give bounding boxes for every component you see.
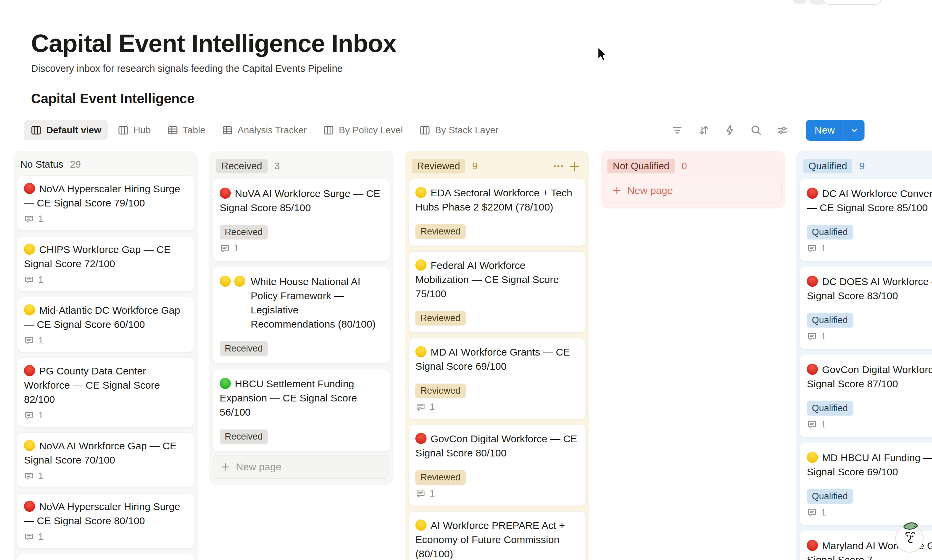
card-list: EDA Sectoral Workforce + Tech Hubs Phase…	[408, 178, 587, 560]
card[interactable]: EDA Sectoral Workforce + Tech Hubs Phase…	[408, 179, 586, 246]
comment-icon	[24, 532, 34, 542]
card-title-text: Federal AI Workforce Mobilization — CE S…	[415, 260, 559, 299]
tab-by-stack-layer[interactable]: By Stack Layer	[412, 120, 505, 140]
status-circle-yellow-icon	[24, 440, 35, 451]
comment-count: 1	[807, 507, 932, 518]
card[interactable]: GovCon Digital Workforce — CE Signal Sco…	[800, 355, 932, 437]
card[interactable]: HBCU Settlement Funding Expansion — CE S…	[213, 369, 390, 452]
card-title-row: Federal AI Workforce Mobilization — CE S…	[415, 258, 579, 301]
tab-hub[interactable]: Hub	[111, 120, 157, 140]
column-qualified: Qualified9DC AI Workforce Convergence — …	[796, 151, 932, 560]
column-header-qualified: Qualified9	[799, 154, 932, 178]
status-circle-yellow-icon	[234, 275, 245, 287]
comment-count-value: 1	[821, 419, 826, 430]
plus-icon[interactable]	[568, 160, 581, 173]
card[interactable]: NoVA Hyperscaler Hiring Surge — CE Signa…	[17, 493, 194, 549]
card-title-row: PG County Data Center Workforce — CE Sig…	[24, 364, 187, 406]
kanban-board: No Status29NoVA Hyperscaler Hiring Surge…	[0, 141, 932, 560]
card[interactable]: Federal AI Workforce Mobilization — CE S…	[408, 251, 586, 332]
column-count: 0	[682, 161, 687, 172]
tab-label: By Stack Layer	[435, 125, 498, 135]
card-status-badge: Received	[220, 342, 268, 356]
card[interactable]: DC AI Workforce Convergence — CE Signal …	[800, 179, 932, 262]
column-received: Received3NoVA AI Workforce Surge — CE Si…	[209, 151, 393, 485]
card-title-row: DC AI Workforce Convergence — CE Signal …	[807, 186, 932, 215]
plus-icon	[612, 186, 622, 196]
card-title-text: DC DOES AI Workforce — CE Signal Score 8…	[807, 276, 932, 301]
card[interactable]: MD HBCU AI Funding — CE Signal Score 69/…	[800, 443, 932, 526]
tab-label: Analysis Tracker	[237, 125, 307, 135]
clipped-toolbar-button[interactable]	[823, 0, 881, 5]
new-dropdown-button[interactable]	[844, 120, 864, 141]
column-count: 9	[472, 161, 478, 172]
notion-board-page: Capital Event Intelligence Inbox Discove…	[0, 0, 932, 560]
tab-default-view[interactable]: Default view	[24, 120, 108, 140]
tab-analysis-tracker[interactable]: Analysis Tracker	[215, 120, 313, 140]
comment-count-value: 1	[38, 274, 43, 285]
card-status-badge: Reviewed	[415, 383, 466, 398]
card-title-row: NoVA Hyperscaler Hiring Surge — CE Signa…	[24, 500, 187, 528]
tab-table[interactable]: Table	[160, 120, 212, 140]
card[interactable]: DC DOES AI Workforce — CE Signal Score 8…	[800, 267, 932, 349]
comment-count-value: 1	[38, 410, 43, 421]
card-status-badge: Reviewed	[415, 224, 466, 239]
sliders-icon[interactable]	[776, 124, 789, 137]
card-status-badge: Qualified	[807, 313, 853, 328]
comment-count-value: 1	[430, 488, 435, 499]
column-count: 29	[70, 159, 81, 170]
card[interactable]: GovCon Digital Workforce — CE Signal Sco…	[408, 425, 586, 506]
comment-count-value: 1	[38, 471, 43, 482]
sort-icon[interactable]	[697, 124, 710, 137]
card-title-text: Mid-Atlantic DC Workforce Gap — CE Signa…	[24, 305, 180, 330]
status-circle-red-icon	[807, 188, 818, 199]
card-status-badge: Reviewed	[415, 311, 466, 326]
new-page-button[interactable]: New page	[213, 455, 390, 479]
card-status-icons	[220, 275, 249, 331]
more-icon[interactable]	[552, 160, 565, 173]
card-title-indent: White House National AI Policy Framework…	[220, 275, 383, 331]
status-circle-red-icon	[807, 275, 818, 287]
card[interactable]: CHIPS Workforce Gap — CE Signal Score 72…	[17, 236, 194, 291]
comment-icon	[24, 335, 34, 346]
card[interactable]: AI Workforce PREPARE Act + Economy of Fu…	[408, 511, 586, 560]
tab-label: Default view	[46, 125, 101, 135]
column-status-label: Reviewed	[412, 159, 465, 174]
card[interactable]: NoVA AI Workforce Surge — CE Signal Scor…	[213, 179, 390, 262]
comment-count-value: 1	[821, 507, 826, 518]
partially-visible-card[interactable]	[17, 554, 194, 560]
card-status-badge: Received	[220, 225, 268, 240]
card[interactable]: NoVA Hyperscaler Hiring Surge — CE Signa…	[17, 175, 194, 231]
card[interactable]: White House National AI Policy Framework…	[213, 267, 390, 364]
card[interactable]: Mid-Atlantic DC Workforce Gap — CE Signa…	[17, 297, 194, 352]
card-title-text: White House National AI Policy Framework…	[251, 275, 383, 331]
card[interactable]: NoVA AI Workforce Gap — CE Signal Score …	[17, 432, 194, 488]
new-button-group: New	[806, 120, 864, 141]
chevron-down-icon	[849, 125, 860, 135]
comment-icon	[807, 508, 817, 518]
new-page-label: New page	[627, 185, 673, 196]
status-circle-red-icon	[807, 540, 818, 551]
comment-icon	[24, 410, 34, 421]
status-circle-yellow-icon	[415, 520, 427, 531]
new-page-button[interactable]: New page	[604, 179, 781, 202]
filter-icon[interactable]	[671, 124, 684, 137]
page-title: Capital Event Intelligence Inbox	[31, 29, 932, 58]
card[interactable]: MD AI Workforce Grants — CE Signal Score…	[408, 338, 586, 419]
comment-icon	[24, 214, 34, 224]
card[interactable]: PG County Data Center Workforce — CE Sig…	[17, 358, 194, 427]
plus-icon	[220, 462, 231, 472]
card-title-text: PG County Data Center Workforce — CE Sig…	[24, 365, 160, 405]
comment-count: 1	[415, 402, 579, 412]
card-status-badge: Qualified	[807, 489, 853, 504]
card-title-text: NoVA Hyperscaler Hiring Surge — CE Signa…	[24, 501, 180, 526]
column-count: 3	[274, 161, 280, 172]
tab-by-policy-level[interactable]: By Policy Level	[316, 120, 410, 140]
board-view-icon	[419, 125, 431, 136]
search-icon[interactable]	[750, 124, 763, 137]
card-title-text: NoVA AI Workforce Surge — CE Signal Scor…	[220, 188, 380, 213]
new-button[interactable]: New	[806, 120, 844, 141]
column-header-actions	[552, 160, 583, 173]
card-title-text: EDA Sectoral Workforce + Tech Hubs Phase…	[415, 187, 572, 212]
card-title-text: CHIPS Workforce Gap — CE Signal Score 72…	[24, 244, 171, 269]
lightning-icon[interactable]	[724, 124, 736, 137]
